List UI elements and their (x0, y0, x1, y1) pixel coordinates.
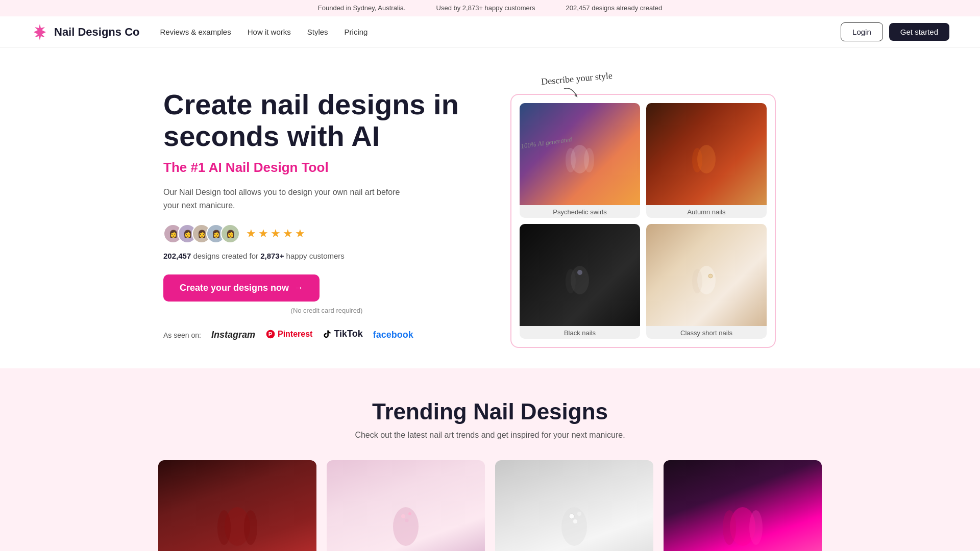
cta-arrow: → (294, 283, 303, 293)
image-grid: Psychedelic swirls Autumn nails (510, 94, 776, 348)
banner-item-3: 202,457 designs already created (566, 4, 663, 12)
nav-styles[interactable]: Styles (307, 28, 328, 36)
tiktok-logo[interactable]: TikTok (323, 329, 362, 341)
hero-right: Describe your style Psychedelic swirls (510, 79, 776, 348)
banner-item-2: Used by 2,873+ happy customers (436, 4, 535, 12)
hero-section: Create nail designs in seconds with AI T… (133, 48, 847, 368)
avatar: 👩 (220, 224, 240, 243)
describe-arrow-icon (561, 86, 582, 102)
trending-thumb-3 (495, 460, 653, 551)
nav-reviews[interactable]: Reviews & examples (160, 28, 231, 36)
svg-point-12 (708, 274, 713, 278)
svg-point-11 (692, 269, 702, 293)
get-started-button[interactable]: Get started (889, 23, 949, 41)
avatar-group: 👩 👩 👩 👩 👩 (163, 224, 240, 243)
hero-description: Our Nail Design tool allows you to desig… (163, 186, 408, 212)
trending-grid (158, 460, 822, 551)
top-banner: Founded in Sydney, Australia. Used by 2,… (0, 0, 980, 16)
trending-card-3[interactable] (495, 460, 653, 551)
svg-point-21 (569, 514, 574, 519)
nav-how-it-works[interactable]: How it works (248, 28, 291, 36)
nav-links: Reviews & examples How it works Styles P… (160, 28, 841, 36)
logo-area: Nail Designs Co (31, 23, 139, 41)
svg-point-18 (408, 512, 411, 515)
svg-point-6 (692, 148, 702, 172)
cta-label: Create your designs now (180, 283, 289, 293)
navbar: Nail Designs Co Reviews & examples How i… (0, 16, 980, 48)
nail-image-psychedelic: Psychedelic swirls (520, 103, 640, 218)
logo-text: Nail Designs Co (54, 26, 139, 39)
describe-label: Describe your style (541, 70, 612, 87)
svg-point-15 (244, 510, 257, 545)
describe-bubble: Describe your style (541, 73, 612, 102)
trending-description: Check out the latest nail art trends and… (31, 431, 949, 440)
trending-title: Trending Nail Designs (31, 399, 949, 424)
pinterest-logo[interactable]: PPinterest (265, 329, 312, 341)
svg-point-16 (393, 507, 419, 546)
svg-point-8 (566, 269, 576, 293)
hero-title: Create nail designs in seconds with AI (163, 89, 490, 152)
trending-card-1[interactable] (158, 460, 316, 551)
avatars-row: 👩 👩 👩 👩 👩 ★ ★ ★ ★ ★ (163, 224, 490, 243)
svg-point-26 (749, 510, 763, 545)
star-rating: ★ ★ ★ ★ ★ (246, 227, 305, 240)
login-button[interactable]: Login (841, 22, 883, 41)
as-seen-label: As seen on: (163, 331, 201, 339)
image-label-classy: Classy short nails (646, 326, 767, 339)
nav-pricing[interactable]: Pricing (345, 28, 368, 36)
svg-point-23 (573, 519, 577, 523)
logo-icon (31, 23, 49, 41)
svg-text:P: P (268, 331, 273, 337)
social-logos: Instagram PPinterest TikTok facebook (211, 329, 413, 341)
nail-image-autumn: Autumn nails (646, 103, 767, 218)
trending-thumb-4 (664, 460, 822, 551)
nail-image-black: Black nails (520, 224, 640, 339)
stats-text: 202,457 designs created for 2,873+ happy… (163, 252, 490, 260)
svg-point-17 (401, 514, 405, 518)
instagram-logo[interactable]: Instagram (211, 330, 255, 340)
trending-thumb-1 (158, 460, 316, 551)
trending-section: Trending Nail Designs Check out the late… (0, 368, 980, 551)
no-card-text: (No credit card required) (163, 307, 490, 314)
trending-card-4[interactable] (664, 460, 822, 551)
banner-item-1: Founded in Sydney, Australia. (318, 4, 406, 12)
svg-point-22 (577, 512, 581, 516)
nav-actions: Login Get started (841, 22, 949, 41)
customers-count: 2,873+ (260, 252, 284, 260)
designs-count: 202,457 (163, 252, 191, 260)
svg-point-4 (584, 148, 594, 172)
svg-point-9 (577, 270, 582, 275)
as-seen-on-row: As seen on: Instagram PPinterest TikTok … (163, 329, 490, 341)
image-label-autumn: Autumn nails (646, 205, 767, 218)
svg-point-14 (217, 510, 231, 545)
trending-thumb-2 (327, 460, 485, 551)
image-label-psychedelic: Psychedelic swirls (520, 205, 640, 218)
hero-left: Create nail designs in seconds with AI T… (163, 79, 490, 341)
image-label-black: Black nails (520, 326, 640, 339)
cta-button[interactable]: Create your designs now → (163, 274, 320, 302)
nail-image-classy: Classy short nails (646, 224, 767, 339)
svg-point-25 (723, 510, 736, 545)
facebook-logo[interactable]: facebook (373, 330, 413, 340)
svg-point-3 (566, 148, 576, 172)
svg-point-20 (561, 507, 587, 546)
trending-card-2[interactable] (327, 460, 485, 551)
hero-subtitle: The #1 AI Nail Design Tool (163, 160, 490, 176)
svg-point-19 (405, 519, 409, 522)
